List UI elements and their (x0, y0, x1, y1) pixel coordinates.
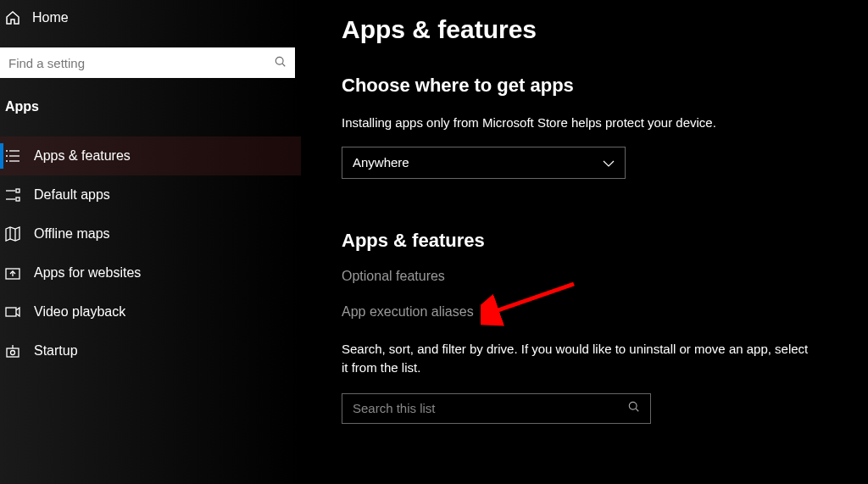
sidebar-item-apps-features[interactable]: Apps & features (0, 136, 301, 175)
app-list-search[interactable] (342, 393, 651, 424)
svg-rect-17 (7, 348, 19, 357)
defaults-icon (5, 187, 20, 203)
choose-apps-heading: Choose where to get apps (342, 75, 844, 97)
sidebar-item-apps-websites[interactable]: Apps for websites (0, 253, 301, 292)
svg-rect-9 (16, 189, 19, 192)
sidebar-item-label: Apps & features (34, 148, 131, 164)
choose-apps-description: Installing apps only from Microsoft Stor… (342, 114, 816, 133)
sidebar-item-label: Video playback (34, 304, 125, 320)
chevron-down-icon (603, 155, 615, 170)
main-content: Apps & features Choose where to get apps… (301, 0, 868, 484)
sidebar-item-startup[interactable]: Startup (0, 331, 301, 370)
sidebar-item-label: Offline maps (34, 226, 110, 242)
app-source-dropdown[interactable]: Anywhere (342, 147, 626, 179)
search-icon (275, 56, 287, 70)
list-search-input[interactable] (353, 401, 628, 415)
svg-line-1 (282, 64, 285, 66)
sidebar-item-label: Startup (34, 343, 78, 359)
apps-features-heading: Apps & features (342, 230, 844, 252)
svg-point-20 (629, 402, 637, 409)
page-title: Apps & features (342, 15, 844, 44)
optional-features-link[interactable]: Optional features (342, 269, 844, 284)
home-label: Home (32, 10, 69, 25)
sidebar-home[interactable]: Home (0, 3, 301, 32)
filter-description: Search, sort, and filter by drive. If yo… (342, 340, 816, 378)
startup-icon (5, 343, 20, 359)
svg-rect-11 (16, 197, 19, 201)
app-execution-aliases-link[interactable]: App execution aliases (342, 304, 844, 320)
svg-point-0 (275, 57, 283, 64)
map-icon (5, 226, 20, 242)
open-external-icon (5, 265, 20, 281)
settings-sidebar: Home Apps Apps & features De (0, 0, 301, 484)
settings-search[interactable] (0, 47, 295, 78)
sidebar-item-label: Default apps (34, 187, 110, 203)
sidebar-item-video-playback[interactable]: Video playback (0, 292, 301, 331)
sidebar-item-default-apps[interactable]: Default apps (0, 175, 301, 214)
sidebar-category: Apps (0, 99, 301, 114)
video-icon (5, 304, 20, 320)
svg-rect-16 (6, 308, 16, 316)
svg-point-18 (11, 351, 15, 355)
sidebar-item-label: Apps for websites (34, 265, 141, 281)
home-icon (5, 10, 20, 25)
search-icon (628, 401, 640, 415)
list-icon (5, 148, 20, 164)
sidebar-item-offline-maps[interactable]: Offline maps (0, 214, 301, 253)
svg-line-21 (636, 409, 638, 411)
dropdown-value: Anywhere (353, 155, 409, 170)
search-input[interactable] (8, 56, 275, 70)
